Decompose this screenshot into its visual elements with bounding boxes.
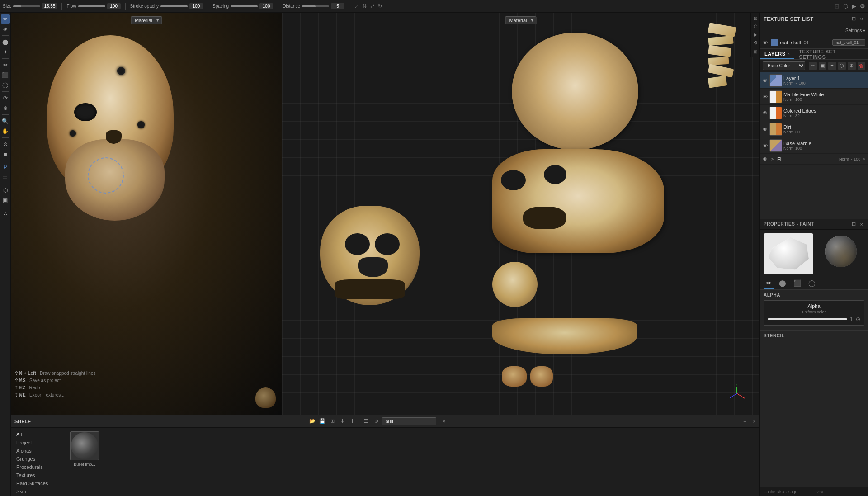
camera-3d-icon[interactable]: ⬡ — [843, 3, 848, 9]
fill-delete-btn[interactable]: × — [862, 156, 866, 161]
layer-row-layer1[interactable]: 👁 Layer 1 Norm ~ 100 — [760, 72, 868, 89]
stencil-tool[interactable]: ▣ — [1, 196, 10, 205]
distance-slider[interactable] — [302, 5, 329, 7]
shelf-cat-all[interactable]: All — [11, 430, 65, 439]
shelf-close-btn[interactable]: × — [753, 418, 756, 425]
dirt-eye[interactable]: 👁 — [762, 127, 768, 132]
tab-layers[interactable]: LAYERS × — [760, 49, 794, 59]
texture-set-close-btn[interactable]: × — [859, 16, 864, 22]
symmetry-tool[interactable]: ⟳ — [1, 94, 10, 103]
align-tool[interactable]: ⊕ — [1, 104, 10, 113]
props-tab-square[interactable]: ⬛ — [791, 278, 804, 289]
layer-row-dirt[interactable]: 👁 Dirt Norm 60 — [760, 121, 868, 137]
selection-tool[interactable]: ◈ — [1, 24, 10, 33]
viewport-2d-header[interactable]: Material ▼ — [505, 16, 536, 24]
alpha-title: Alpha — [764, 293, 864, 298]
texture-set-item: 👁 mat_skull_01 mat_skull_01 — [763, 39, 865, 46]
shelf-export-icon[interactable]: ⬆ — [348, 417, 356, 425]
shelf-open-icon[interactable]: 📂 — [308, 417, 316, 425]
shelf-search-icon-btn[interactable]: ⊙ — [372, 417, 380, 425]
add-paint-btn[interactable]: ⊕ — [848, 62, 856, 70]
tab-layers-x[interactable]: × — [788, 52, 790, 56]
shelf-item-bullet[interactable]: Bullet Imp... — [69, 431, 100, 467]
shelf-cat-skin[interactable]: Skin — [11, 487, 65, 496]
layer-row-fill[interactable]: 👁 ⊳ Fill Norm ~ 100 × — [760, 154, 868, 165]
add-effect-btn[interactable]: ✦ — [828, 62, 836, 70]
shelf-cat-textures[interactable]: Textures — [11, 471, 65, 479]
add-mask-btn[interactable]: ⬡ — [838, 62, 846, 70]
tab-texture-set-settings[interactable]: TEXTURE SET SETTINGS — [794, 49, 868, 59]
colored-edges-eye[interactable]: 👁 — [762, 110, 768, 116]
shelf-minimize-btn[interactable]: − — [743, 418, 746, 425]
extra-tool-2[interactable]: ☰ — [1, 173, 10, 182]
viewport-3d[interactable]: Material ▼ ⇧⌘ + Left Draw snapped straig… — [11, 13, 282, 415]
mini-icon-4[interactable]: ⚙ — [752, 39, 759, 46]
shelf-cat-alphas[interactable]: Alphas — [11, 447, 65, 455]
smudge-tool[interactable]: ⬤ — [1, 38, 10, 47]
texture-set-settings-btn[interactable]: Settings ▾ — [845, 28, 865, 33]
marble-fine-eye[interactable]: 👁 — [762, 94, 768, 99]
camera-2d-icon[interactable]: ⊡ — [835, 3, 840, 9]
render-icon[interactable]: ▶ — [852, 3, 856, 9]
mini-icon-1[interactable]: ⊡ — [752, 14, 759, 22]
shelf-save-icon[interactable]: 💾 — [318, 417, 326, 425]
toolbar-stroke-group: Stroke opacity 100 — [130, 3, 203, 9]
props-tab-sphere[interactable]: ⬤ — [776, 278, 789, 289]
mini-icon-3[interactable]: ▶ — [752, 31, 759, 38]
delete-layer-btn[interactable]: 🗑 — [858, 62, 866, 70]
paint-tool[interactable]: ✏ — [1, 14, 10, 24]
flip-v-icon[interactable]: ⇄ — [370, 3, 374, 9]
add-fill-btn[interactable]: ▣ — [819, 62, 827, 70]
texture-set-minimize-btn[interactable]: ⊟ — [850, 15, 857, 22]
shelf-cat-grunges[interactable]: Grunges — [11, 455, 65, 463]
ts-dropdown[interactable]: mat_skull_01 — [832, 39, 865, 46]
props-close-btn[interactable]: × — [859, 221, 864, 227]
shelf-item-thumb[interactable] — [70, 431, 99, 460]
mask-tool[interactable]: ⬡ — [1, 186, 10, 195]
viewport-2d[interactable]: U Z Material ▼ ⊡ ⬡ ▶ ⚙ ⊞ — [282, 13, 760, 415]
shelf-cat-procedurals[interactable]: Procedurals — [11, 463, 65, 471]
geom-tool[interactable]: ◯ — [1, 80, 10, 90]
layer-row-base-marble[interactable]: 👁 Base Marble Norm 100 — [760, 137, 868, 154]
color-fg[interactable]: ■ — [1, 150, 10, 159]
clone-tool[interactable]: ✦ — [1, 47, 10, 57]
shelf-cat-project[interactable]: Project — [11, 439, 65, 447]
channel-dropdown[interactable]: Base Color — [763, 61, 805, 70]
shelf-cat-hard-surfaces[interactable]: Hard Surfaces — [11, 479, 65, 487]
size-slider[interactable] — [13, 5, 40, 7]
mini-icon-2[interactable]: ⬡ — [752, 23, 759, 30]
extra-tool-1[interactable]: P — [1, 163, 10, 172]
shelf-import-icon[interactable]: ⬇ — [338, 417, 346, 425]
mini-icon-grid[interactable]: ⊞ — [752, 48, 759, 55]
props-tab-circle[interactable]: ◯ — [806, 278, 818, 289]
spacing-slider[interactable] — [231, 5, 258, 7]
stroke-slider[interactable] — [160, 5, 188, 7]
base-marble-eye[interactable]: 👁 — [762, 143, 768, 148]
fill-tool[interactable]: ⬛ — [1, 71, 10, 80]
zoom-tool[interactable]: 🔍 — [1, 117, 10, 126]
fill-eye[interactable]: 👁 — [762, 156, 768, 162]
pan-tool[interactable]: ✋ — [1, 127, 10, 136]
flow-slider[interactable] — [78, 5, 105, 7]
color-picker[interactable]: ⊘ — [1, 140, 10, 149]
shelf-search-input[interactable] — [382, 417, 436, 425]
sep5 — [349, 3, 349, 10]
layer-row-colored-edges[interactable]: 👁 Colored Edges Norm 32 — [760, 105, 868, 121]
shelf-grid-icon[interactable]: ⊞ — [328, 417, 336, 425]
alpha-reset-icon[interactable]: ⊙ — [856, 316, 860, 322]
layer-row-marble-fine[interactable]: 👁 Marble Fine White Norm 100 — [760, 89, 868, 105]
layer1-eye[interactable]: 👁 — [762, 78, 768, 83]
add-layer-btn[interactable]: ✏ — [809, 62, 817, 70]
alpha-slider[interactable] — [768, 318, 847, 320]
eraser-tool[interactable]: ✂ — [1, 61, 10, 70]
props-tab-brush[interactable]: ✏ — [764, 278, 774, 289]
flip-h-icon[interactable]: ⇅ — [363, 3, 367, 9]
particle-tool[interactable]: ∴ — [1, 209, 10, 218]
viewport-3d-header[interactable]: Material ▼ — [131, 16, 162, 24]
props-minimize-btn[interactable]: ⊟ — [850, 221, 857, 227]
shelf-filter-icon[interactable]: ☰ — [362, 417, 370, 425]
shelf-close-x-btn[interactable]: × — [442, 418, 445, 425]
rotate-icon[interactable]: ↻ — [378, 3, 382, 9]
ts-eye-icon[interactable]: 👁 — [763, 40, 769, 45]
settings-icon[interactable]: ⚙ — [860, 3, 865, 9]
